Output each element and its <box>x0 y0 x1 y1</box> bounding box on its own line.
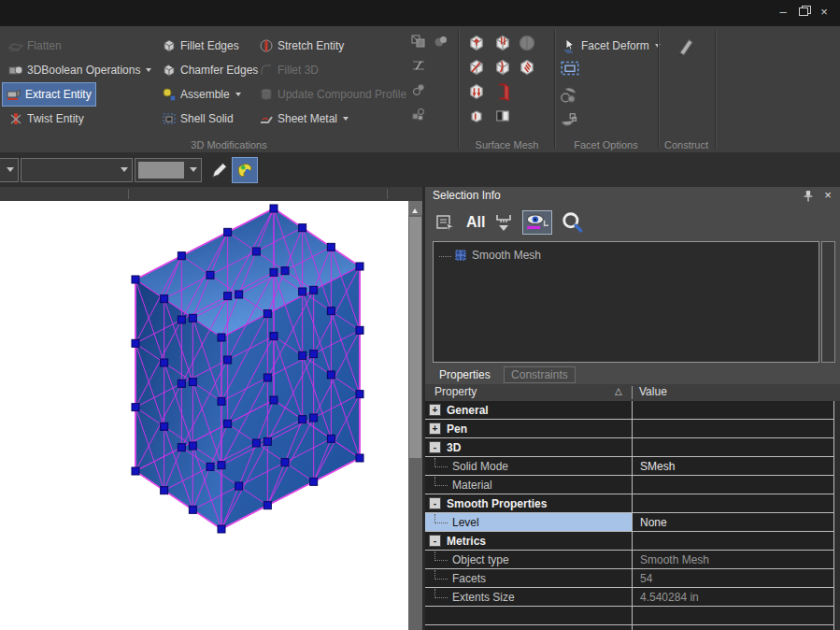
facet-select-button[interactable] <box>560 58 580 81</box>
button-label: Assemble <box>180 88 230 101</box>
extract-entity-icon <box>7 87 21 102</box>
mesh-hatch-icon <box>518 58 536 77</box>
value-cell[interactable] <box>633 494 840 512</box>
fillet-3d-icon <box>259 63 274 78</box>
tree-item-smooth-mesh[interactable]: Smooth Mesh <box>434 247 819 264</box>
mesh-contrast-icon <box>493 107 512 125</box>
expand-icon[interactable]: + <box>429 422 441 435</box>
pen-color-select[interactable] <box>135 158 202 182</box>
ribbon-button-facet-deform[interactable]: Facet Deform <box>558 34 665 58</box>
mesh-arrows-button[interactable] <box>467 82 486 104</box>
value-cell[interactable]: SMesh <box>633 457 840 475</box>
column-divider[interactable] <box>632 386 633 399</box>
property-row-level[interactable]: Level None <box>425 513 840 532</box>
collapse-icon[interactable]: - <box>429 535 441 547</box>
property-row-material[interactable]: Material <box>425 476 840 494</box>
property-group-general[interactable]: +General <box>425 401 840 420</box>
pin-icon[interactable] <box>803 190 816 203</box>
collapse-icon[interactable]: - <box>429 497 441 509</box>
mesh-curve-button[interactable] <box>493 58 512 79</box>
mesh-hatch-button[interactable] <box>518 58 536 79</box>
column-header-value[interactable]: Value <box>639 385 667 398</box>
value-cell[interactable]: None <box>633 513 840 531</box>
ribbon-button-update-compound-profile[interactable]: Update Compound Profile <box>254 82 411 107</box>
open-mesh-button[interactable] <box>493 82 512 104</box>
ribbon-button-stretch-entity[interactable]: Stretch Entity <box>254 34 349 58</box>
button-label: Sheet Metal <box>278 112 337 125</box>
tree-list-scrollbar[interactable] <box>821 241 835 363</box>
show-selection-button[interactable] <box>522 210 552 235</box>
section-surface-button[interactable] <box>411 58 426 76</box>
edit-style-button[interactable] <box>206 157 233 183</box>
property-group-metrics[interactable]: -Metrics <box>425 532 840 551</box>
3d-smooth-mesh-object[interactable] <box>0 201 408 630</box>
ribbon-button-extract-entity[interactable]: Extract Entity <box>2 82 96 107</box>
property-grid-scrollbar[interactable] <box>833 401 840 630</box>
construct-pen-button[interactable] <box>673 34 697 61</box>
tab-constraints[interactable]: Constraints <box>504 366 576 383</box>
mesh-diagonal-button[interactable] <box>467 58 486 79</box>
value-cell[interactable] <box>633 420 840 437</box>
column-header-property[interactable]: Property <box>434 385 477 398</box>
property-group-pen[interactable]: +Pen <box>425 420 840 438</box>
copy-facets-button[interactable] <box>411 34 426 51</box>
property-row-facets[interactable]: Facets 54 <box>425 569 840 588</box>
mesh-small-icon <box>467 107 486 125</box>
group-label: 3D <box>447 441 461 454</box>
button-label: Flatten <box>27 39 62 52</box>
value-cell[interactable] <box>633 476 840 494</box>
collapse-icon[interactable]: - <box>429 441 441 453</box>
ribbon-button-twist-entity[interactable]: Twist Entity <box>4 107 89 131</box>
ribbon-button-shell-solid[interactable]: Shell Solid <box>157 107 238 131</box>
selection-properties-button[interactable] <box>434 213 457 232</box>
blend-surfaces-button[interactable] <box>434 34 448 51</box>
ribbon-button-sheet-metal[interactable]: Sheet Metal <box>254 107 353 131</box>
expand-icon[interactable]: + <box>429 404 441 416</box>
value-cell[interactable] <box>633 401 840 419</box>
property-row-extents-size[interactable]: Extents Size 4.540284 in <box>425 588 840 607</box>
property-row-solid-mode[interactable]: Solid Mode SMesh <box>425 457 840 476</box>
filter-button[interactable] <box>494 212 513 233</box>
pen-style-select[interactable] <box>21 158 133 182</box>
restore-icon[interactable] <box>795 5 812 20</box>
edge-combo-partial[interactable] <box>0 158 19 182</box>
property-row-object-type[interactable]: Object type Smooth Mesh <box>425 551 840 569</box>
mesh-small-button[interactable] <box>467 107 486 128</box>
close-icon[interactable]: × <box>821 188 834 203</box>
value-cell[interactable] <box>633 532 840 550</box>
mesh-raise-button[interactable] <box>467 34 486 55</box>
property-group-3d[interactable]: -3D <box>425 438 840 457</box>
mesh-sphere-button-disabled[interactable] <box>518 34 536 55</box>
mesh-contrast-button[interactable] <box>493 107 512 128</box>
pen-color-swatch <box>138 162 184 179</box>
minimize-icon[interactable]: – <box>775 5 791 20</box>
mesh-from-solid-button[interactable] <box>411 82 426 100</box>
ribbon-button-fillet-edges[interactable]: Fillet Edges <box>157 34 244 58</box>
ribbon-button-assemble[interactable]: Assemble <box>157 82 246 107</box>
ribbon-group-3d-modifications: Flatten 3DBoolean Operations Extract Ent… <box>0 26 458 152</box>
mesh-vlines-button[interactable] <box>493 34 512 55</box>
button-label: Chamfer Edges <box>180 64 258 77</box>
facet-remove-button[interactable] <box>560 110 578 132</box>
drawing-viewport[interactable] <box>0 201 408 630</box>
material-brush-button[interactable] <box>232 157 258 183</box>
cad-application-window: – × Flatten 3DBoolean Operations Extract… <box>0 0 840 630</box>
tab-properties[interactable]: Properties <box>433 367 497 382</box>
ruler-tick <box>387 189 388 199</box>
ribbon-button-chamfer-edges[interactable]: Chamfer Edges <box>157 58 263 82</box>
property-group-smooth-properties[interactable]: -Smooth Properties <box>425 494 840 513</box>
scrollbar-thumb[interactable] <box>409 217 421 458</box>
viewport-vertical-scrollbar[interactable] <box>408 201 422 630</box>
button-label: Update Compound Profile <box>278 88 406 101</box>
property-value: None <box>640 516 667 529</box>
close-icon[interactable]: × <box>816 5 833 20</box>
value-cell[interactable] <box>633 438 840 456</box>
search-button[interactable] <box>562 211 584 234</box>
ribbon-button-fillet-3d[interactable]: Fillet 3D <box>254 58 323 82</box>
ribbon-button-flatten[interactable]: Flatten <box>4 34 66 58</box>
ribbon-button-3dboolean-operations[interactable]: 3DBoolean Operations <box>4 58 156 82</box>
select-all-button[interactable]: All <box>466 214 485 231</box>
scroll-up-icon[interactable] <box>408 201 422 215</box>
facet-subdivide-button[interactable] <box>560 86 578 107</box>
mesh-cluster-button[interactable] <box>411 107 426 124</box>
